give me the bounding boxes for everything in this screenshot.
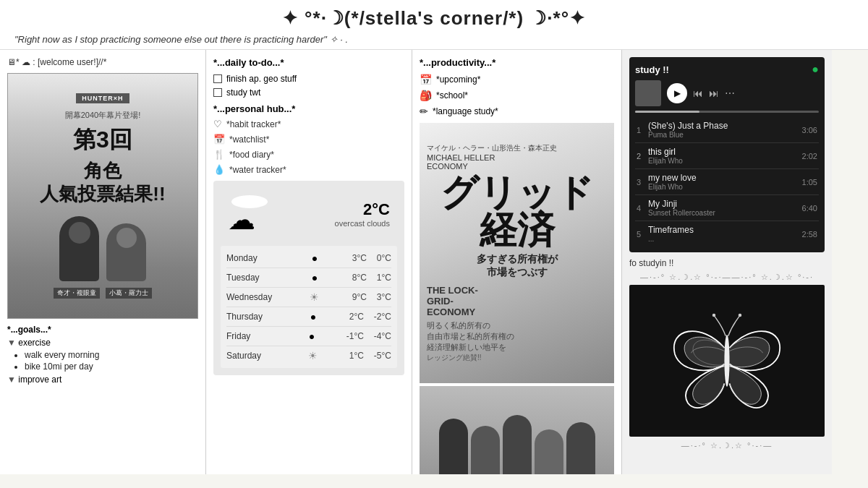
daily-title: *...daily to-do...* [213,57,404,68]
track-name: this girl [648,147,802,157]
hub-item-water[interactable]: 💧 *water tracker* [213,164,404,175]
low-temp: -5°C [374,351,391,361]
list-item: walk every morning [25,350,198,360]
day-label: Monday [226,253,277,263]
day-label: Saturday [226,351,277,361]
spotify-player: study !! ● ▶ ⏮ ⏭ ⋯ 1 (She's [629,57,825,252]
divider-line: —·-·° ☆.☽.☆ °·-·——·-·° ☆.☽.☆ °·-· [629,273,825,282]
svg-point-0 [724,335,729,387]
magazine-sub3: レッジング絶賛!! [420,353,614,363]
weather-icon: ● [312,272,318,283]
forecast-tuesday: Tuesday ● 8°C 1°C [226,268,391,288]
play-button[interactable]: ▶ [667,83,687,103]
svg-point-1 [712,314,716,317]
list-item: bike 10mi per day [25,361,198,372]
magazine-kanji-big: グリッド経済 [441,174,594,249]
high-temp: -1°C [346,331,364,341]
anime-group-image [420,386,614,474]
track-duration: 1:05 [802,178,817,187]
low-temp: 0°C [377,253,391,263]
col-productivity: *...productivity...* 📅 *upcoming* 🎒 *sch… [412,50,622,474]
track-item[interactable]: 3 my new love Elijah Who 1:05 [635,169,819,195]
sun-icon: ☀ [310,291,319,303]
header: ✦ °*·☽(*/stella's corner/*) ☽·*°✦ "Right… [0,0,868,50]
track-item[interactable]: 4 My Jinji Sunset Rollercoaster 6:40 [635,195,819,221]
char-2 [471,426,500,474]
prod-upcoming[interactable]: 📅 *upcoming* [420,74,614,85]
high-temp: 9°C [352,292,367,302]
school-icon: 🎒 [420,90,432,101]
track-item[interactable]: 5 Timeframes ... 2:58 [635,221,819,247]
weather-icon: ● [309,330,315,342]
butterfly-image [629,285,825,437]
prod-school[interactable]: 🎒 *school* [420,90,614,101]
arrow-icon: ▼ [7,338,16,348]
hub-item-watchlist[interactable]: 📅 *watchlist* [213,134,404,145]
checkbox-2[interactable] [213,88,222,97]
manga-tag-1: 奇才・複眼童 [54,288,100,299]
art-label: improve art [18,374,61,385]
track-name: My Jinji [648,199,802,209]
track-name: my new love [648,173,802,183]
heart-icon: ♡ [213,119,222,129]
magazine-author: マイケル・ヘラー・山形浩生・森本正史 [420,143,614,153]
progress-bar[interactable] [635,111,819,113]
track-duration: 3:06 [802,126,817,134]
forecast-saturday: Saturday ☀ 1°C -5°C [226,346,391,365]
todo-item-1[interactable]: finish ap. geo stuff [213,74,404,84]
weather-current: ☁ 2°C overcast clouds [221,188,397,240]
next-button[interactable]: ⏭ [709,87,719,99]
track-info: my new love Elijah Who [648,173,802,191]
site-title: ✦ °*·☽(*/stella's corner/*) ☽·*°✦ [14,7,854,30]
todo-item-2[interactable]: study twt [213,87,404,98]
magazine-image: マイケル・ヘラー・山形浩生・森本正史 MICHAEL HELLERECONOMY… [420,123,614,383]
hub-item-habit[interactable]: ♡ *habit tracker* [213,119,404,129]
spotify-header: study !! ● [635,63,819,76]
track-artist: Elijah Who [648,157,802,165]
track-item-active[interactable]: 2 this girl Elijah Who 2:02 [635,143,819,169]
water-icon: 💧 [213,164,225,175]
track-item[interactable]: 1 (She's) Just a Phase Puma Blue 3:06 [635,117,819,143]
day-label: Thursday [226,312,277,322]
day-label: Tuesday [226,273,277,283]
goals-section: *...goals...* ▼ exercise walk every morn… [7,325,198,385]
sun-icon: ☀ [308,350,318,361]
low-temp: -2°C [374,312,391,322]
manga-subtitle: 開幕2040年幕片登場! [65,110,141,121]
track-info: (She's) Just a Phase Puma Blue [648,121,802,139]
prev-button[interactable]: ⏮ [693,87,703,99]
high-temp: 1°C [349,351,364,361]
cloud-icon: ☁ [228,204,255,236]
share-icon[interactable]: ⋯ [725,87,735,99]
welcome-text: 🖥* ☁ : [welcome user!]//* [7,57,106,67]
spotify-logo: ● [812,63,819,76]
track-name: Timeframes [648,225,802,235]
manga-kanji: 角色人氣投票結果!! [40,160,165,205]
track-name: (She's) Just a Phase [648,121,802,131]
study-label: fo studyin !! [629,258,825,268]
svg-point-2 [739,314,742,317]
school-link: *school* [436,90,468,100]
art-category: ▼ improve art [7,374,198,385]
track-number: 1 [637,126,648,134]
productivity-items: 📅 *upcoming* 🎒 *school* ✏ *language stud… [420,74,614,117]
playback-controls[interactable]: ▶ ⏮ ⏭ ⋯ [635,80,819,106]
prod-language[interactable]: ✏ *language study* [420,106,614,117]
track-number: 2 [637,152,648,160]
weather-icon: ● [312,252,318,264]
weather-forecast: Monday ● 3°C 0°C Tuesday ● 8°C 1°C [221,246,397,368]
high-temp: 2°C [349,312,364,322]
track-artist: Puma Blue [648,131,802,139]
checkbox-1[interactable] [213,74,222,83]
main-grid: 🖥* ☁ : [welcome user!]//* HUNTER×H 開幕204… [0,50,868,474]
track-duration: 2:58 [802,230,817,239]
progress-fill [635,111,699,113]
track-artist: Elijah Who [648,183,802,191]
todo-text-1: finish ap. geo stuff [226,74,297,84]
hub-item-food[interactable]: 🍴 *food diary* [213,149,404,160]
upcoming-link: *upcoming* [436,74,480,85]
track-list: 1 (She's) Just a Phase Puma Blue 3:06 2 … [635,117,819,247]
goals-title: *...goals...* [7,325,198,335]
water-tracker-link: *water tracker* [229,165,286,175]
fork-icon: 🍴 [213,149,225,160]
